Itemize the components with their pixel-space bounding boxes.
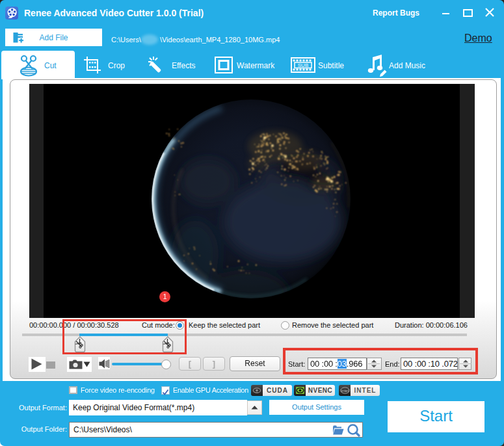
svg-text:intel: intel: [341, 389, 349, 393]
svg-text:SUB: SUB: [298, 62, 308, 68]
